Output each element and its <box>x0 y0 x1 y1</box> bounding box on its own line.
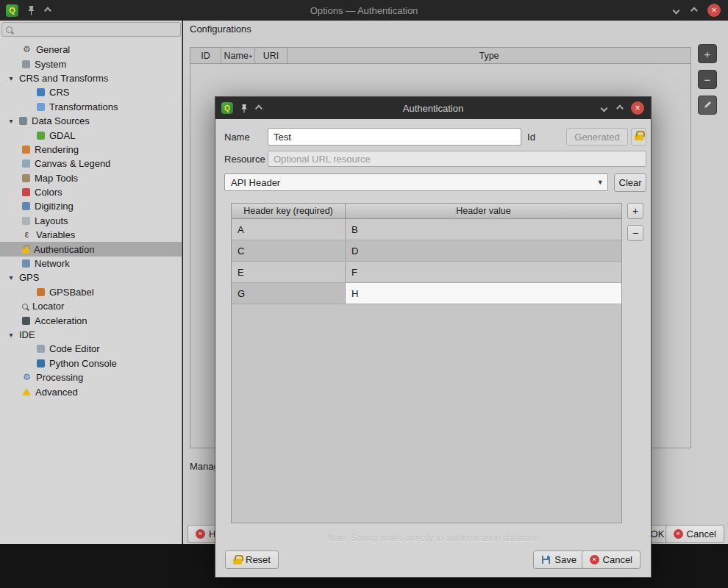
auth-method-select[interactable]: API Header ▼ <box>224 173 608 191</box>
config-actions: + − <box>698 44 717 115</box>
qgis-logo-icon: Q <box>6 4 18 17</box>
config-column-header[interactable]: Type <box>288 48 690 63</box>
sidebar-item-general[interactable]: ▾ ⚙ General <box>0 43 182 57</box>
cancel-icon: × <box>674 529 683 539</box>
header-row: E F <box>232 262 621 283</box>
save-icon <box>541 555 551 564</box>
header-row: G H <box>232 283 621 304</box>
header-value-cell[interactable]: B <box>346 219 621 240</box>
remove-config-button[interactable]: − <box>698 70 717 89</box>
sidebar-item-map-tools[interactable]: ▾ Map Tools <box>0 171 182 185</box>
sidebar-item-processing[interactable]: ▾ ⚙ Processing <box>0 370 182 384</box>
configurations-title: Configurations <box>190 24 251 35</box>
sidebar-item-code-editor[interactable]: ▾ Code Editor <box>0 342 182 356</box>
expand-arrow-icon[interactable]: ▾ <box>7 117 15 125</box>
header-value-cell[interactable]: D <box>346 240 621 261</box>
save-button[interactable]: Save <box>533 551 585 569</box>
header-key-cell[interactable]: C <box>232 240 346 261</box>
add-header-button[interactable]: + <box>627 203 643 219</box>
chevron-down-icon[interactable] <box>601 104 608 112</box>
name-input[interactable] <box>268 128 521 146</box>
help-icon: × <box>196 529 205 539</box>
header-value-cell[interactable]: H <box>346 283 621 304</box>
collapse-window-icon[interactable] <box>44 7 51 14</box>
options-cancel-button[interactable]: × Cancel <box>665 525 724 543</box>
settings-sidebar: ▾ ⚙ General ▾ System ▾ CRS and Transform… <box>0 21 182 544</box>
sidebar-item-gpsbabel[interactable]: ▾ GPSBabel <box>0 285 182 299</box>
expand-arrow-icon[interactable]: ▾ <box>7 331 15 339</box>
generated-id-button[interactable]: Generated <box>566 128 628 146</box>
acceleration-icon <box>22 317 30 325</box>
chevron-down-icon[interactable] <box>673 7 680 14</box>
header-key-cell[interactable]: G <box>232 283 346 304</box>
edit-config-button[interactable] <box>698 96 717 115</box>
sidebar-item-label: CRS and Transforms <box>19 73 108 84</box>
lock-icon <box>22 248 29 254</box>
chevron-up-icon[interactable] <box>690 7 698 14</box>
sidebar-item-gdal[interactable]: ▾ GDAL <box>0 128 182 142</box>
header-key-cell[interactable]: A <box>232 219 346 240</box>
sidebar-item-advanced[interactable]: ▾ Advanced <box>0 384 182 398</box>
reset-icon <box>233 559 242 564</box>
sidebar-item-digitizing[interactable]: ▾ Digitizing <box>0 199 182 213</box>
chevron-up-icon[interactable] <box>616 104 624 112</box>
sidebar-item-crs-and-transforms[interactable]: ▾ CRS and Transforms <box>0 71 182 85</box>
sidebar-item-ide[interactable]: ▾ IDE <box>0 328 182 342</box>
config-column-header[interactable]: URI <box>255 48 288 63</box>
header-key-cell[interactable]: E <box>232 262 346 282</box>
add-config-button[interactable]: + <box>698 44 717 63</box>
close-window-icon[interactable]: × <box>707 4 721 17</box>
sidebar-item-network[interactable]: ▾ Network <box>0 257 182 270</box>
layouts-icon <box>22 217 30 225</box>
sidebar-item-canvas-legend[interactable]: ▾ Canvas & Legend <box>0 157 182 171</box>
search-input[interactable] <box>16 24 176 35</box>
sidebar-item-label: Processing <box>36 372 83 383</box>
gpsbabel-icon <box>37 288 45 296</box>
colors-icon <box>22 188 30 196</box>
sidebar-item-label: Network <box>35 258 70 269</box>
gear-icon: ⚙ <box>22 45 32 54</box>
sidebar-item-system[interactable]: ▾ System <box>0 57 182 71</box>
sidebar-item-authentication[interactable]: ▾ Authentication <box>0 242 182 256</box>
sidebar-item-variables[interactable]: ▾ ε Variables <box>0 228 182 242</box>
collapse-dialog-icon[interactable] <box>255 104 263 112</box>
sidebar-item-label: Authentication <box>34 244 94 255</box>
sidebar-item-gps[interactable]: ▾ GPS <box>0 270 182 284</box>
warning-icon <box>22 388 31 395</box>
expand-arrow-icon[interactable]: ▾ <box>7 273 15 282</box>
dropdown-arrow-icon: ▼ <box>593 179 607 186</box>
sidebar-item-label: Rendering <box>35 144 79 155</box>
sidebar-searchbox[interactable] <box>1 22 181 37</box>
clear-button[interactable]: Clear <box>614 173 646 192</box>
sidebar-item-layouts[interactable]: ▾ Layouts <box>0 214 182 228</box>
expand-arrow-icon[interactable]: ▾ <box>7 74 15 82</box>
header-value-cell[interactable]: F <box>346 262 621 282</box>
remove-header-button[interactable]: − <box>627 225 643 241</box>
save-note: Note: Saving writes directly to authenti… <box>215 533 651 543</box>
sidebar-item-colors[interactable]: ▾ Colors <box>0 185 182 199</box>
sidebar-item-acceleration[interactable]: ▾ Acceleration <box>0 313 182 327</box>
pin-icon[interactable] <box>240 104 248 113</box>
gdal-icon <box>37 132 45 140</box>
close-dialog-icon[interactable]: × <box>631 101 644 115</box>
sidebar-item-label: GPS <box>19 272 39 283</box>
sidebar-item-python-console[interactable]: ▾ Python Console <box>0 356 182 370</box>
header-table-head: Header key (required)Header value <box>232 204 621 219</box>
pin-icon[interactable] <box>27 5 35 15</box>
resource-input[interactable] <box>268 151 646 167</box>
sidebar-item-locator[interactable]: ▾ Locator <box>0 299 182 313</box>
reset-button[interactable]: Reset <box>225 551 279 569</box>
config-column-header[interactable]: Name <box>221 48 255 63</box>
sidebar-item-data-sources[interactable]: ▾ Data Sources <box>0 114 182 128</box>
config-column-header[interactable]: ID <box>190 48 221 63</box>
sidebar-item-label: CRS <box>49 87 69 98</box>
dialog-cancel-button[interactable]: × Cancel <box>582 551 640 569</box>
sidebar-item-rendering[interactable]: ▾ Rendering <box>0 143 182 157</box>
sidebar-item-transformations[interactable]: ▾ Transformations <box>0 100 182 114</box>
header-row: A B <box>232 219 621 240</box>
id-lock-button[interactable] <box>631 128 646 146</box>
transform-icon <box>37 103 45 111</box>
sidebar-item-label: GDAL <box>49 130 75 141</box>
cancel-label: Cancel <box>687 528 716 539</box>
sidebar-item-crs[interactable]: ▾ CRS <box>0 85 182 99</box>
